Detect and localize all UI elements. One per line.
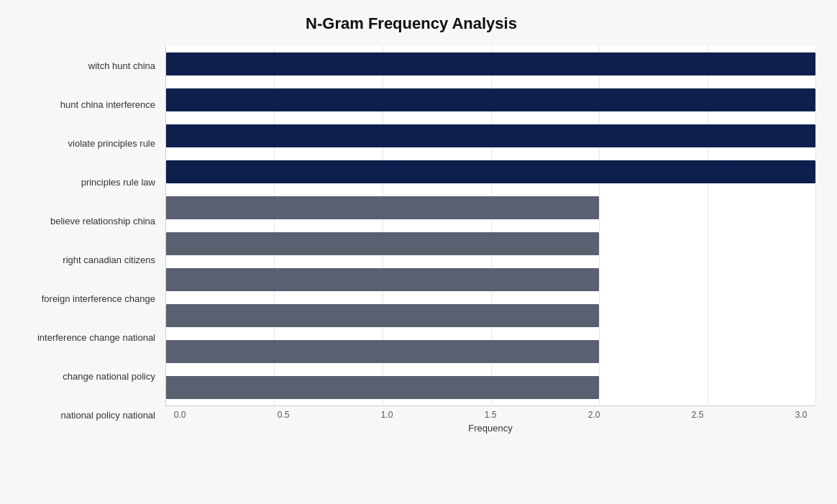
- x-tick: 1.0: [372, 410, 401, 420]
- bar: [166, 124, 815, 147]
- bar-row: [166, 193, 815, 222]
- y-label: principles rule law: [7, 168, 160, 196]
- bar-row: [166, 337, 815, 366]
- bar: [166, 232, 599, 255]
- y-label: interference change national: [7, 324, 160, 352]
- bar-row: [166, 373, 815, 402]
- x-tick: 2.5: [683, 410, 712, 420]
- chart-container: N-Gram Frequency Analysis witch hunt chi…: [0, 0, 837, 504]
- x-tick: 1.5: [476, 410, 505, 420]
- x-ticks: 0.00.51.01.52.02.53.0: [165, 406, 815, 420]
- bars-and-x: 0.00.51.01.52.02.53.0 Frequency: [165, 46, 815, 435]
- x-tick: 0.5: [269, 410, 298, 420]
- y-label: hunt china interference: [7, 90, 160, 119]
- bars-wrapper: [165, 46, 815, 406]
- y-label: national policy national: [7, 401, 160, 430]
- bar: [166, 88, 815, 111]
- bar-row: [166, 301, 815, 330]
- bar: [166, 340, 599, 363]
- chart-area: witch hunt chinahunt china interferencev…: [7, 46, 815, 435]
- bar: [166, 304, 599, 327]
- y-label: believe relationship china: [7, 206, 160, 235]
- x-tick: 0.0: [165, 410, 194, 420]
- bar-row: [166, 122, 815, 150]
- x-tick: 2.0: [580, 410, 608, 420]
- chart-title: N-Gram Frequency Analysis: [7, 14, 815, 33]
- y-label: foreign interference change: [7, 285, 160, 313]
- bar: [166, 268, 599, 291]
- y-label: change national policy: [7, 362, 160, 391]
- bar: [166, 196, 599, 219]
- bar: [166, 52, 815, 75]
- y-axis: witch hunt chinahunt china interferencev…: [7, 46, 165, 435]
- bar: [166, 160, 815, 183]
- bar-row: [166, 86, 815, 114]
- y-label: witch hunt china: [7, 51, 160, 80]
- bar-row: [166, 229, 815, 258]
- x-axis-label: Frequency: [165, 423, 815, 434]
- bar-row: [166, 265, 815, 294]
- bar-row: [166, 50, 815, 78]
- x-axis: 0.00.51.01.52.02.53.0 Frequency: [165, 406, 815, 435]
- bar-row: [166, 157, 815, 186]
- y-label: right canadian citizens: [7, 246, 160, 275]
- x-tick: 3.0: [787, 410, 815, 420]
- y-label: violate principles rule: [7, 129, 160, 157]
- bar: [166, 376, 599, 399]
- grid-line: [815, 46, 816, 406]
